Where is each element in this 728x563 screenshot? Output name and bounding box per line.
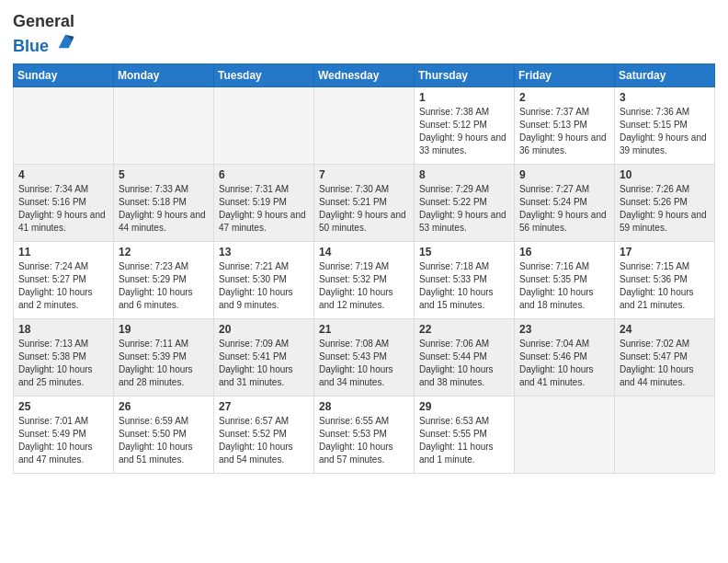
day-number: 16 [519,246,609,259]
calendar-day: 23Sunrise: 7:04 AM Sunset: 5:46 PM Dayli… [515,318,615,396]
day-header-monday: Monday [114,63,214,86]
calendar-day: 19Sunrise: 7:11 AM Sunset: 5:39 PM Dayli… [114,318,214,396]
calendar-week-3: 11Sunrise: 7:24 AM Sunset: 5:27 PM Dayli… [14,241,715,318]
calendar-week-5: 25Sunrise: 7:01 AM Sunset: 5:49 PM Dayli… [14,396,715,473]
day-info: Sunrise: 7:16 AM Sunset: 5:35 PM Dayligh… [519,260,609,312]
day-number: 24 [620,323,710,336]
day-number: 25 [18,400,108,413]
calendar-day [615,396,715,473]
day-info: Sunrise: 7:09 AM Sunset: 5:41 PM Dayligh… [219,338,309,389]
day-info: Sunrise: 7:37 AM Sunset: 5:13 PM Dayligh… [519,106,609,157]
logo: General Blue [13,13,75,56]
day-number: 1 [419,91,509,104]
calendar-day: 20Sunrise: 7:09 AM Sunset: 5:41 PM Dayli… [214,318,314,396]
calendar-header-row: SundayMondayTuesdayWednesdayThursdayFrid… [14,63,715,86]
day-info: Sunrise: 7:38 AM Sunset: 5:12 PM Dayligh… [419,106,509,157]
calendar-day: 3Sunrise: 7:36 AM Sunset: 5:15 PM Daylig… [615,86,715,164]
day-number: 5 [119,168,209,181]
day-info: Sunrise: 6:55 AM Sunset: 5:53 PM Dayligh… [319,415,409,466]
day-number: 12 [119,246,209,259]
day-number: 10 [620,168,710,181]
day-header-friday: Friday [515,63,615,86]
day-info: Sunrise: 6:59 AM Sunset: 5:50 PM Dayligh… [119,415,209,466]
day-info: Sunrise: 7:29 AM Sunset: 5:22 PM Dayligh… [419,183,509,235]
day-number: 3 [620,91,710,104]
calendar-week-4: 18Sunrise: 7:13 AM Sunset: 5:38 PM Dayli… [14,318,715,396]
day-info: Sunrise: 7:24 AM Sunset: 5:27 PM Dayligh… [18,260,108,312]
day-number: 19 [119,323,209,336]
calendar-day: 15Sunrise: 7:18 AM Sunset: 5:33 PM Dayli… [415,241,515,318]
day-info: Sunrise: 7:33 AM Sunset: 5:18 PM Dayligh… [119,183,209,235]
day-info: Sunrise: 6:53 AM Sunset: 5:55 PM Dayligh… [419,415,509,466]
calendar-day: 9Sunrise: 7:27 AM Sunset: 5:24 PM Daylig… [515,164,615,241]
page-header: General Blue [13,9,715,56]
calendar-day: 10Sunrise: 7:26 AM Sunset: 5:26 PM Dayli… [615,164,715,241]
logo-blue-text: Blue [13,37,49,55]
day-info: Sunrise: 7:36 AM Sunset: 5:15 PM Dayligh… [620,106,710,157]
calendar-day: 5Sunrise: 7:33 AM Sunset: 5:18 PM Daylig… [114,164,214,241]
day-info: Sunrise: 7:23 AM Sunset: 5:29 PM Dayligh… [119,260,209,312]
day-number: 21 [319,323,409,336]
calendar-day: 14Sunrise: 7:19 AM Sunset: 5:32 PM Dayli… [314,241,415,318]
logo-general-text: General [13,12,74,30]
day-number: 18 [18,323,108,336]
day-info: Sunrise: 7:26 AM Sunset: 5:26 PM Dayligh… [620,183,710,235]
day-info: Sunrise: 7:21 AM Sunset: 5:30 PM Dayligh… [219,260,309,312]
day-info: Sunrise: 7:08 AM Sunset: 5:43 PM Dayligh… [319,338,409,389]
logo-icon [55,31,75,52]
day-info: Sunrise: 7:11 AM Sunset: 5:39 PM Dayligh… [119,338,209,389]
calendar-table: SundayMondayTuesdayWednesdayThursdayFrid… [13,63,715,474]
day-info: Sunrise: 7:34 AM Sunset: 5:16 PM Dayligh… [18,183,108,235]
day-number: 6 [219,168,309,181]
day-number: 8 [419,168,509,181]
calendar-day: 27Sunrise: 6:57 AM Sunset: 5:52 PM Dayli… [214,396,314,473]
calendar-day: 21Sunrise: 7:08 AM Sunset: 5:43 PM Dayli… [314,318,415,396]
calendar-day: 4Sunrise: 7:34 AM Sunset: 5:16 PM Daylig… [14,164,114,241]
calendar-day: 22Sunrise: 7:06 AM Sunset: 5:44 PM Dayli… [415,318,515,396]
day-number: 26 [119,400,209,413]
day-info: Sunrise: 7:27 AM Sunset: 5:24 PM Dayligh… [519,183,609,235]
day-info: Sunrise: 7:18 AM Sunset: 5:33 PM Dayligh… [419,260,509,312]
day-number: 11 [18,246,108,259]
calendar-day: 24Sunrise: 7:02 AM Sunset: 5:47 PM Dayli… [615,318,715,396]
day-info: Sunrise: 7:06 AM Sunset: 5:44 PM Dayligh… [419,338,509,389]
day-header-thursday: Thursday [415,63,515,86]
day-number: 27 [219,400,309,413]
day-number: 13 [219,246,309,259]
day-info: Sunrise: 7:13 AM Sunset: 5:38 PM Dayligh… [18,338,108,389]
day-info: Sunrise: 7:19 AM Sunset: 5:32 PM Dayligh… [319,260,409,312]
day-header-sunday: Sunday [14,63,114,86]
day-info: Sunrise: 7:04 AM Sunset: 5:46 PM Dayligh… [519,338,609,389]
calendar-day [515,396,615,473]
day-header-saturday: Saturday [615,63,715,86]
calendar-day: 1Sunrise: 7:38 AM Sunset: 5:12 PM Daylig… [415,86,515,164]
calendar-day [14,86,114,164]
day-number: 20 [219,323,309,336]
calendar-day: 11Sunrise: 7:24 AM Sunset: 5:27 PM Dayli… [14,241,114,318]
calendar-day: 26Sunrise: 6:59 AM Sunset: 5:50 PM Dayli… [114,396,214,473]
day-info: Sunrise: 7:31 AM Sunset: 5:19 PM Dayligh… [219,183,309,235]
calendar-day: 2Sunrise: 7:37 AM Sunset: 5:13 PM Daylig… [515,86,615,164]
day-number: 14 [319,246,409,259]
day-number: 7 [319,168,409,181]
calendar-week-2: 4Sunrise: 7:34 AM Sunset: 5:16 PM Daylig… [14,164,715,241]
calendar-day [114,86,214,164]
day-number: 22 [419,323,509,336]
day-info: Sunrise: 7:30 AM Sunset: 5:21 PM Dayligh… [319,183,409,235]
day-number: 23 [519,323,609,336]
calendar-day: 28Sunrise: 6:55 AM Sunset: 5:53 PM Dayli… [314,396,415,473]
day-number: 29 [419,400,509,413]
calendar-day: 18Sunrise: 7:13 AM Sunset: 5:38 PM Dayli… [14,318,114,396]
calendar-day [214,86,314,164]
day-info: Sunrise: 7:15 AM Sunset: 5:36 PM Dayligh… [620,260,710,312]
day-number: 15 [419,246,509,259]
calendar-day: 13Sunrise: 7:21 AM Sunset: 5:30 PM Dayli… [214,241,314,318]
calendar-day: 25Sunrise: 7:01 AM Sunset: 5:49 PM Dayli… [14,396,114,473]
calendar-day: 8Sunrise: 7:29 AM Sunset: 5:22 PM Daylig… [415,164,515,241]
calendar-day: 29Sunrise: 6:53 AM Sunset: 5:55 PM Dayli… [415,396,515,473]
calendar-week-1: 1Sunrise: 7:38 AM Sunset: 5:12 PM Daylig… [14,86,715,164]
day-number: 17 [620,246,710,259]
day-number: 2 [519,91,609,104]
day-info: Sunrise: 7:02 AM Sunset: 5:47 PM Dayligh… [620,338,710,389]
day-number: 28 [319,400,409,413]
